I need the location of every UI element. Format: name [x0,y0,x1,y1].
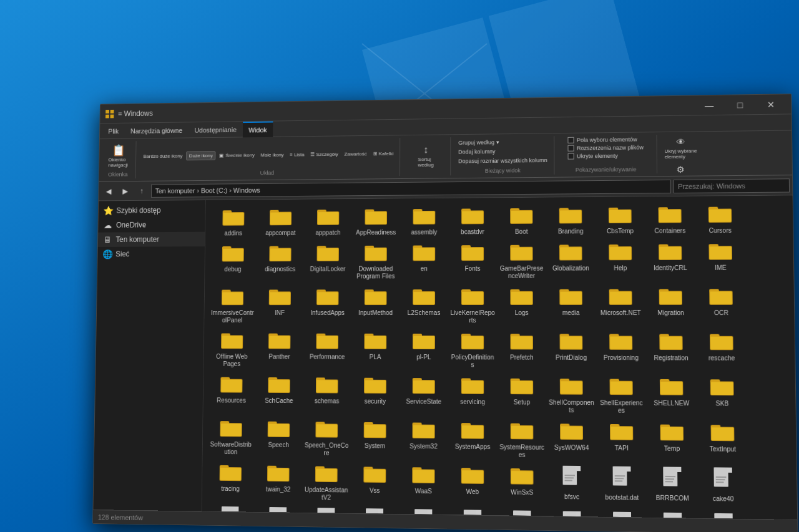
tab-udostepnianie[interactable]: Udostępnianie [189,122,243,138]
file-item[interactable]: appcompat [257,205,303,239]
file-item[interactable]: ServiceState [400,372,448,416]
file-item[interactable]: Resources [208,372,255,415]
file-item[interactable]: ImmersiveControlPanel [209,284,255,327]
file-item[interactable]: diagnostics [257,241,304,283]
btn-sortuj[interactable]: ↕ Sortujwedług [416,143,436,169]
btn-male[interactable]: Małe ikony [258,150,287,158]
checkbox-rozszerzenia[interactable]: Rozszerzenia nazw plików [568,144,644,151]
file-item[interactable]: UpdateAssistantV2 [303,460,350,504]
file-item[interactable]: GameBarPresenceWriter [498,239,546,283]
file-item[interactable]: cake40 [698,465,748,510]
file-item[interactable]: debug [210,241,256,283]
file-item[interactable]: PLA [351,328,399,371]
file-item[interactable]: Help [596,239,645,283]
file-item[interactable]: Performance [304,328,351,371]
btn-okienko-nawigacji[interactable]: 📋 Okienkonawigacji [106,143,130,169]
btn-ukryj-wybrane[interactable]: 👁 Ukryj wybraneelementy [662,135,700,161]
file-item[interactable]: Setup [498,373,546,417]
up-button[interactable]: ↑ [134,183,149,198]
file-item[interactable]: Cursors [695,201,745,237]
file-item[interactable]: SKB [697,374,747,418]
file-item[interactable]: en [400,239,448,283]
file-item[interactable]: Globalization [547,239,595,283]
file-item[interactable]: LiveKernelReports [449,284,496,327]
file-item[interactable]: WaaS [400,462,448,506]
file-item[interactable]: SoftwareDistribution [207,415,254,458]
btn-zawartosc[interactable]: Zawartość [342,150,370,158]
file-item[interactable]: BRRBCOM [647,464,697,509]
btn-lista[interactable]: ≡ Lista [287,150,306,158]
btn-kafelki[interactable]: ⊞ Kafelki [371,149,396,157]
file-item[interactable]: bfsvc [547,463,596,508]
file-item[interactable]: servicing [449,372,497,416]
file-item[interactable]: TAPI [597,418,646,463]
file-item[interactable]: Migration [646,283,695,327]
file-item[interactable]: rescache [697,328,747,372]
checkbox-ukryte[interactable]: Ukryte elementy [568,153,618,160]
sidebar-item-this-pc[interactable]: 🖥 Ten komputer [98,232,205,247]
tab-plik[interactable]: Plik [102,123,125,138]
search-bar[interactable]: Przeszukaj: Windows [674,178,790,193]
file-item[interactable]: SHELLNEW [647,374,696,418]
file-item[interactable]: ShellExperiences [597,373,646,417]
btn-dopasuj[interactable]: Dopasuj rozmiar wszystkich kolumn [456,156,550,165]
btn-duze[interactable]: Duże ikony [186,151,216,160]
file-item[interactable]: SystemApps [449,417,497,462]
file-item[interactable]: pl-PL [400,328,448,371]
file-item[interactable]: bcastdvr [449,203,496,238]
file-item[interactable]: Downloaded Program Files [352,240,399,283]
file-item[interactable]: InputMethod [352,284,400,327]
file-item[interactable]: AppReadiness [353,203,400,239]
file-item[interactable]: PolicyDefinitions [449,328,496,372]
file-item[interactable]: assembly [401,203,448,239]
file-item[interactable]: schemas [303,372,350,415]
file-item[interactable]: System [351,417,399,460]
file-item[interactable]: Logs [498,284,546,327]
file-item[interactable]: Panther [256,328,303,371]
file-item[interactable]: Containers [645,201,695,238]
file-item[interactable]: SchCache [255,372,302,415]
file-item[interactable]: twain_32 [255,460,301,503]
file-item[interactable]: Temp [647,418,697,463]
back-button[interactable]: ◀ [101,184,115,198]
file-item[interactable]: apppatch [305,204,351,239]
file-item[interactable]: Branding [547,202,595,238]
checkbox-pola-wyboru[interactable]: Pola wyboru elementów [568,137,637,143]
file-item[interactable]: Vss [351,461,398,505]
file-item[interactable]: INF [257,284,303,327]
file-item[interactable]: tracing [207,460,254,503]
sidebar-item-quick-access[interactable]: ⭐ Szybki dostęp [99,203,205,218]
btn-bardzo-duze[interactable]: Bardzo duże ikony [141,152,185,160]
file-item[interactable]: media [547,284,596,327]
sidebar-item-network[interactable]: 🌐 Sieć [97,246,205,261]
file-item[interactable]: Speech [255,416,302,460]
file-item[interactable]: PrintDialog [547,328,596,372]
file-item[interactable]: WinSxS [498,463,547,507]
minimize-button[interactable]: — [694,95,724,115]
sidebar-item-onedrive[interactable]: ☁ OneDrive [98,217,205,232]
file-item[interactable]: DigitalLocker [305,240,351,283]
file-item[interactable]: L2Schemas [400,284,448,327]
maximize-button[interactable]: □ [725,95,755,115]
tab-widok[interactable]: Widok [242,121,273,137]
file-item[interactable]: Provisioning [597,328,645,372]
file-item[interactable]: Fonts [449,239,496,283]
btn-srednie[interactable]: ▣ Średnie ikony [217,151,257,159]
file-item[interactable]: ShellComponents [547,373,596,417]
address-bar[interactable]: Ten komputer › Boot (C:) › Windows [151,179,671,197]
file-item[interactable]: IME [696,238,746,282]
file-item[interactable]: OCR [696,283,746,327]
file-item[interactable]: addins [210,205,257,239]
file-item[interactable]: Prefetch [498,328,546,372]
btn-grupuj[interactable]: Grupuj według ▾ [456,138,501,147]
btn-szczegoly[interactable]: ☰ Szczegóły [308,150,340,158]
file-item[interactable]: CbsTemp [596,201,644,238]
file-item[interactable]: bootstat.dat [597,463,647,508]
file-item[interactable]: Boot [498,203,546,238]
file-item[interactable]: Speech_OneCore [303,416,350,460]
close-button[interactable]: ✕ [756,94,786,115]
file-item[interactable]: SysWOW64 [547,418,596,462]
file-item[interactable]: TextInput [698,419,748,464]
file-item[interactable]: Registration [647,328,696,372]
tab-narzedzia[interactable]: Narzędzia główne [124,122,189,138]
